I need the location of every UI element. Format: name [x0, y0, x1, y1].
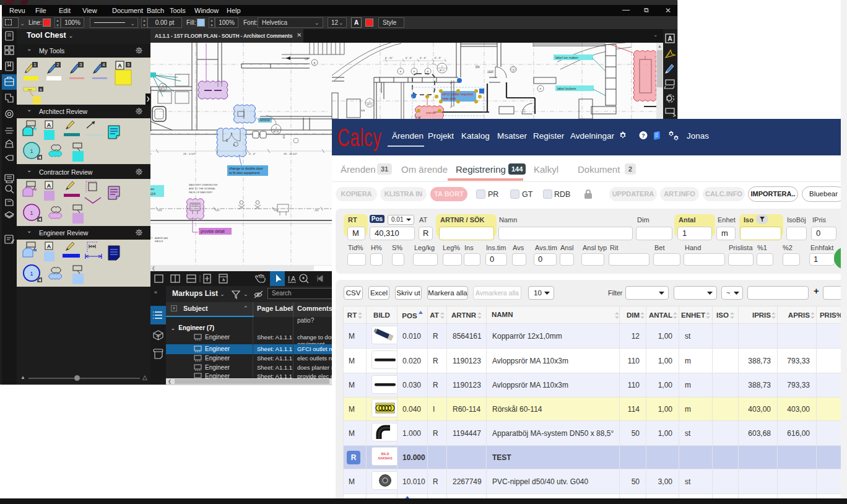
- svg-text:A: A: [291, 275, 296, 282]
- svg-text:?: ?: [641, 133, 645, 139]
- svg-text:6' - 9": 6' - 9": [435, 56, 441, 59]
- svg-text:1: 1: [30, 271, 33, 277]
- svg-text:FACE OF MASONRY: FACE OF MASONRY: [189, 191, 213, 194]
- svg-text:E: E: [427, 70, 429, 73]
- svg-text:E: E: [414, 70, 415, 73]
- svg-text:MASONRY DIMENSIONS: MASONRY DIMENSIONS: [189, 183, 218, 186]
- svg-text:131: 131: [225, 139, 228, 142]
- svg-text:14'5: 14'5: [274, 209, 279, 212]
- svg-text:2: 2: [57, 63, 59, 67]
- svg-text:2: 2: [276, 126, 277, 129]
- svg-text:524: 524: [150, 192, 156, 196]
- svg-text:-5': -5': [150, 152, 152, 155]
- svg-text:3: 3: [80, 63, 82, 67]
- svg-text:I: I: [288, 275, 290, 282]
- svg-text:A7.05: A7.05: [274, 131, 279, 133]
- svg-text:R: R: [540, 87, 542, 90]
- svg-text:23' - 0 1/2": 23' - 0 1/2": [183, 152, 196, 155]
- svg-text:14'0: 14'0: [215, 209, 220, 212]
- svg-text:1: 1: [34, 63, 37, 67]
- svg-text:to fit elec equipment: to fit elec equipment: [229, 171, 260, 175]
- svg-text:SAKNAS: SAKNAS: [378, 456, 393, 460]
- svg-text:ec: ec: [150, 187, 154, 191]
- svg-text:A7.11: A7.11: [367, 103, 372, 106]
- svg-text:change to double door: change to double door: [229, 167, 263, 170]
- svg-text:EAGLE: EAGLE: [155, 240, 163, 243]
- svg-text:BILD: BILD: [381, 452, 389, 456]
- svg-text:5: 5: [441, 66, 443, 68]
- svg-text:A: A: [47, 183, 51, 189]
- svg-text:E: E: [314, 61, 316, 64]
- svg-text:14'0: 14'0: [315, 209, 319, 212]
- svg-text:M: M: [233, 144, 235, 147]
- svg-text:1: 1: [30, 210, 33, 216]
- svg-text:label ice maker: label ice maker: [555, 56, 578, 59]
- svg-text:SINK/DW: SINK/DW: [426, 112, 436, 115]
- svg-text:E: E: [400, 70, 402, 73]
- svg-text:5: 5: [128, 63, 130, 67]
- svg-text:A: A: [118, 63, 122, 69]
- svg-text:text: text: [28, 88, 32, 91]
- svg-text:130: 130: [282, 135, 285, 139]
- svg-text:14'0: 14'0: [158, 209, 162, 212]
- svg-text:provide detail: provide detail: [201, 229, 225, 234]
- svg-text:ARE TO THE NOMINAL: ARE TO THE NOMINAL: [189, 187, 216, 190]
- svg-text:192F: 192F: [487, 71, 494, 74]
- svg-text:GFCI outlet required: GFCI outlet required: [442, 92, 473, 96]
- svg-text:O-C: O-C: [523, 109, 525, 113]
- svg-text:6' - 6": 6' - 6": [406, 56, 412, 59]
- svg-text:6' - 6": 6' - 6": [420, 56, 427, 59]
- svg-text:⌄: ⌄: [243, 291, 248, 297]
- svg-text:DN: DN: [476, 66, 480, 69]
- svg-text:23' - 10 1/2": 23' - 10 1/2": [284, 152, 298, 155]
- svg-text:3D: 3D: [156, 334, 160, 337]
- svg-text:A: A: [47, 122, 51, 128]
- svg-text:A7.11: A7.11: [440, 69, 445, 72]
- svg-text:A: A: [47, 243, 51, 250]
- svg-text:label lockers: label lockers: [557, 87, 576, 90]
- svg-text:3: 3: [162, 85, 163, 87]
- svg-text:UP: UP: [305, 57, 310, 61]
- svg-text:1: 1: [30, 148, 33, 154]
- svg-text:4: 4: [103, 63, 105, 67]
- svg-text:DN: DN: [361, 109, 365, 112]
- svg-text:4' - 4": 4' - 4": [249, 152, 256, 155]
- svg-text:S: S: [513, 68, 515, 71]
- svg-text:6' - 11": 6' - 11": [385, 56, 393, 59]
- svg-text:A7.11: A7.11: [160, 88, 165, 90]
- svg-text:2: 2: [369, 100, 370, 103]
- svg-text:A: A: [667, 35, 672, 42]
